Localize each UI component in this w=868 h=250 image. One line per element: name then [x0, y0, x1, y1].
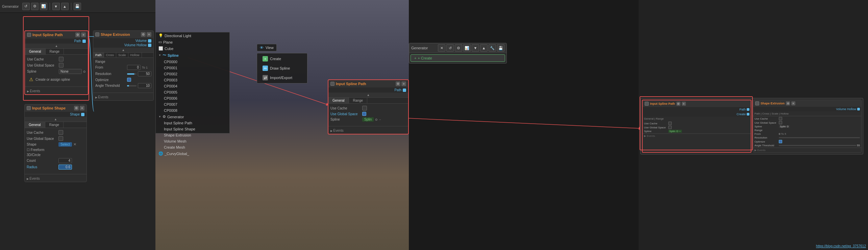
from-value[interactable]: 0 [127, 65, 141, 70]
tree-generator[interactable]: ▼ ⚙ Generator [156, 114, 229, 120]
tree-cp0007[interactable]: CP0007 [156, 101, 229, 107]
small-isp-check[interactable] [645, 102, 649, 106]
gen-refresh-btn[interactable]: ↺ [446, 44, 454, 52]
small-uc-chk[interactable] [668, 122, 672, 125]
shape-gear[interactable]: ⚙ [74, 106, 79, 110]
small-isp-events[interactable]: ▶ Events [643, 133, 751, 138]
toolbar-btn-save[interactable]: 💾 [74, 3, 81, 10]
import-export-btn[interactable]: ⇄ Import/Export [260, 74, 304, 82]
gen-chart-btn[interactable]: 📊 [463, 44, 471, 52]
collapse-btn-shape[interactable]: ▲ [93, 48, 153, 53]
url-bar[interactable]: https://blog.csdn.net/qq_3757612 [816, 244, 866, 248]
small-uc2-chk[interactable] [779, 117, 782, 120]
tree-cube[interactable]: ⬜ Cube [156, 45, 229, 52]
shape-ext-gear[interactable]: ⚙ [141, 32, 146, 37]
tree-cp0006[interactable]: CP0006 [156, 95, 229, 101]
small-se-more[interactable]: ≡ [791, 101, 795, 105]
tree-curvy-global[interactable]: 🌐 _CurvyGlobal_ [156, 150, 229, 157]
use-cache-check[interactable] [59, 57, 64, 61]
tree-cp0004[interactable]: CP0004 [156, 83, 229, 89]
angle-value[interactable]: 10 [138, 83, 151, 88]
tree-directional-light[interactable]: 💡 Directional Light [156, 32, 229, 39]
gen-create-btn[interactable]: + + Create [411, 54, 505, 62]
large-collapse[interactable]: ▲ [328, 93, 408, 98]
small-create-conn[interactable] [747, 113, 749, 116]
angle-slider[interactable] [127, 85, 137, 86]
large-uc-check[interactable] [362, 106, 367, 110]
tree-shape-extrusion[interactable]: Shape Extrusion [156, 132, 229, 138]
uc2-check[interactable] [58, 130, 63, 135]
tree-cp0008[interactable]: CP0008 [156, 107, 229, 114]
small-isp-gear[interactable]: ⚙ [676, 102, 680, 106]
view-label[interactable]: View [266, 46, 274, 50]
tree-cp0000[interactable]: CP0000 [156, 59, 229, 65]
tab-general[interactable]: General [25, 49, 46, 54]
shape-clear-btn[interactable]: ✕ [73, 142, 76, 147]
events-section[interactable]: Events [25, 88, 88, 94]
volume-connector[interactable] [148, 39, 151, 43]
small-angle-slider[interactable] [779, 145, 856, 146]
tree-input-spline-shape[interactable]: Input Spline Shape [156, 126, 229, 132]
toolbar-btn-chart[interactable]: 📊 [40, 3, 47, 10]
large-spline-value[interactable]: Splin [362, 117, 374, 122]
toolbar-btn-refresh[interactable]: ↺ [22, 3, 30, 10]
radius-value[interactable]: 0.6 [58, 165, 72, 170]
tab-scale[interactable]: Scale [116, 53, 128, 57]
ugs2-check[interactable] [58, 136, 63, 141]
shape-connector[interactable] [81, 113, 84, 116]
shape-events[interactable]: Events [93, 94, 153, 100]
small-se-events[interactable]: ▶ Events [753, 148, 861, 152]
tab-range-shape[interactable]: Range [45, 122, 64, 128]
gen-tool-btn[interactable]: 🔧 [489, 44, 496, 52]
gen-save-btn[interactable]: 💾 [497, 44, 504, 52]
toolbar-btn-gear[interactable]: ⚙ [31, 3, 39, 10]
large-ugs-check[interactable] [362, 112, 366, 116]
tree-spline[interactable]: ▼ 〜 Spline [156, 52, 229, 59]
gen-up-btn[interactable]: ▲ [480, 44, 488, 52]
tree-volume-mesh[interactable]: Volume Mesh [156, 138, 229, 144]
optimize-check[interactable] [127, 78, 131, 82]
small-ugs-chk[interactable] [668, 126, 672, 129]
large-check[interactable] [330, 82, 334, 86]
large-gear[interactable]: ⚙ [396, 81, 400, 86]
tree-create-mesh[interactable]: Create Mesh [156, 144, 229, 150]
tree-cp0001[interactable]: CP0001 [156, 65, 229, 71]
volume-hollow-connector[interactable] [148, 44, 151, 47]
shape-more[interactable]: ≡ [80, 106, 84, 110]
toolbar-btn-up[interactable]: ▲ [61, 3, 69, 10]
toolbar-btn-down[interactable]: ▼ [52, 3, 60, 10]
collapse-btn-is[interactable]: ▲ [25, 117, 86, 122]
tab-general-shape[interactable]: General [25, 122, 45, 128]
shape-enable-check[interactable] [27, 106, 31, 110]
tree-cp0003[interactable]: CP0003 [156, 77, 229, 83]
tab-cross[interactable]: Cross [104, 53, 117, 57]
tree-input-spline-path[interactable]: Input Spline Path [156, 120, 229, 126]
tree-cp0005[interactable]: CP0005 [156, 89, 229, 95]
large-events[interactable]: Events [328, 127, 408, 134]
small-vol-conn[interactable] [857, 108, 860, 110]
large-tab-range[interactable]: Range [349, 98, 367, 103]
count-value[interactable]: 4 [58, 158, 72, 163]
tree-cp0002[interactable]: CP0002 [156, 71, 229, 77]
small-se-gear[interactable]: ⚙ [786, 101, 790, 105]
gen-close-btn[interactable]: ✕ [438, 44, 445, 52]
shape-sel-value[interactable]: Select [58, 142, 72, 147]
small-ugs2-chk[interactable] [779, 121, 782, 124]
shape-ext-check[interactable] [95, 32, 99, 36]
use-global-space-check[interactable] [59, 63, 64, 68]
small-se-check[interactable] [755, 101, 759, 105]
small-isp-more[interactable]: ≡ [682, 102, 686, 106]
tab-range[interactable]: Range [46, 49, 64, 54]
large-tab-general[interactable]: General [328, 98, 349, 103]
path-connector[interactable] [82, 40, 86, 43]
collapse-btn[interactable]: ▲ [25, 44, 88, 49]
create-btn[interactable]: + Create [260, 55, 304, 63]
resolution-value[interactable]: 50 [138, 71, 151, 76]
gen-down-btn[interactable]: ▼ [472, 44, 479, 52]
small-res-slider[interactable] [779, 137, 860, 138]
small-opt-chk[interactable] [779, 140, 782, 143]
draw-spline-btn[interactable]: ✏ Draw Spline [260, 64, 304, 72]
node-gear-btn[interactable]: ⚙ [75, 32, 80, 37]
tab-hollow[interactable]: Hollow [128, 53, 142, 57]
node-enable-check[interactable] [27, 33, 31, 37]
